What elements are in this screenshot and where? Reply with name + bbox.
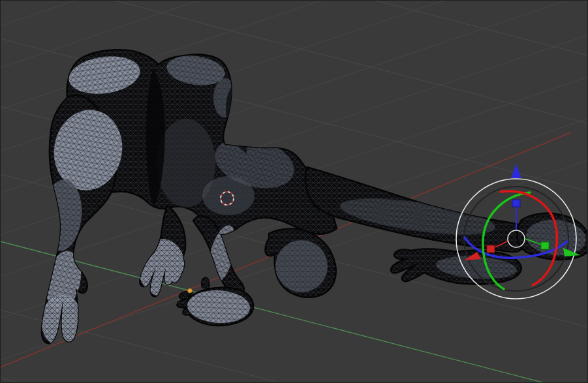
scale-y-cube[interactable] [541, 242, 549, 249]
scale-x-cube[interactable] [487, 245, 495, 253]
object-origin-dot [188, 288, 193, 293]
scale-z-cube[interactable] [512, 200, 520, 207]
viewport-3d[interactable] [0, 0, 588, 383]
mesh-foot-claw[interactable] [202, 277, 209, 288]
